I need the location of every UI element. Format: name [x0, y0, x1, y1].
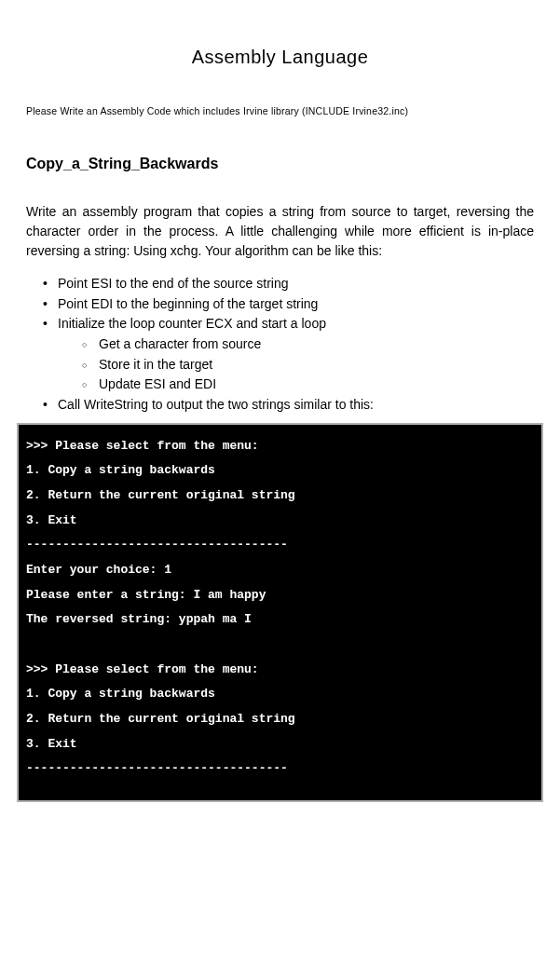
list-item: Point ESI to the end of the source strin… — [58, 274, 534, 294]
list-item: Initialize the loop counter ECX and star… — [58, 314, 534, 395]
list-item-text: Initialize the loop counter ECX and star… — [58, 316, 326, 331]
list-item: Call WriteString to output the two strin… — [58, 395, 534, 416]
instruction-line: Please Write an Assembly Code which incl… — [26, 105, 534, 116]
description-paragraph: Write an assembly program that copies a … — [26, 202, 534, 261]
algorithm-list: Point ESI to the end of the source strin… — [26, 274, 534, 416]
page-title: Assembly Language — [26, 47, 534, 68]
sub-list-item: Get a character from source — [99, 334, 534, 355]
section-heading: Copy_a_String_Backwards — [26, 156, 534, 172]
sub-list-item: Update ESI and EDI — [99, 375, 534, 395]
list-item: Point EDI to the beginning of the target… — [58, 294, 534, 315]
sub-list-item: Store it in the target — [99, 355, 534, 375]
sub-list: Get a character from source Store it in … — [58, 334, 534, 395]
console-output: >>> Please select from the menu: 1. Copy… — [17, 423, 543, 802]
